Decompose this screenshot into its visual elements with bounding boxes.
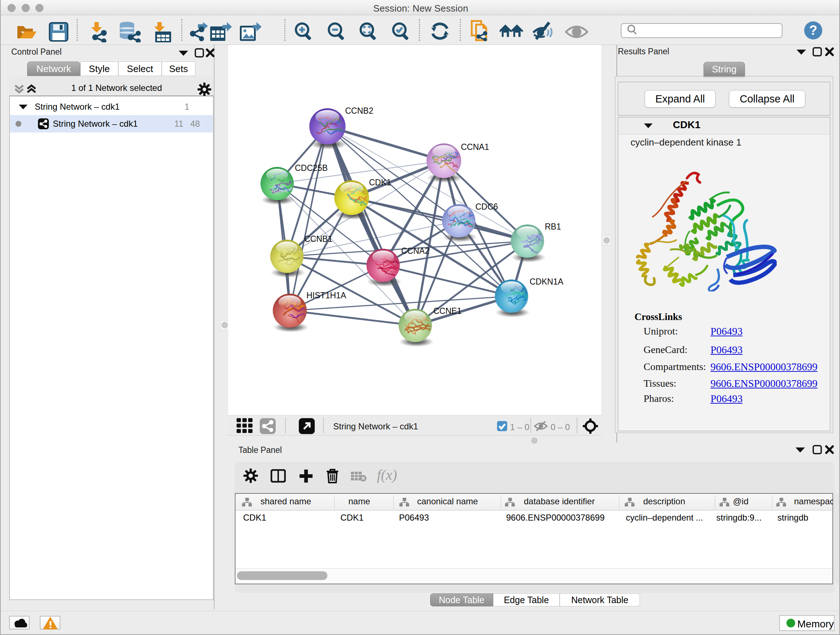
svg-text:CCNB1: CCNB1 bbox=[304, 234, 332, 244]
svg-text:HIST1H1A: HIST1H1A bbox=[306, 291, 347, 300]
svg-text:CCNE1: CCNE1 bbox=[433, 306, 462, 316]
svg-text:CDKN1A: CDKN1A bbox=[530, 277, 564, 287]
svg-text:RB1: RB1 bbox=[545, 222, 561, 231]
svg-text:CDK1: CDK1 bbox=[369, 178, 391, 187]
svg-text:CCNB2: CCNB2 bbox=[345, 106, 373, 116]
svg-text:CDC25B: CDC25B bbox=[295, 163, 328, 173]
svg-text:CCNA1: CCNA1 bbox=[461, 142, 489, 152]
svg-text:CCNA2: CCNA2 bbox=[401, 246, 429, 256]
svg-text:?: ? bbox=[809, 23, 817, 38]
svg-text:CDC6: CDC6 bbox=[475, 202, 498, 211]
